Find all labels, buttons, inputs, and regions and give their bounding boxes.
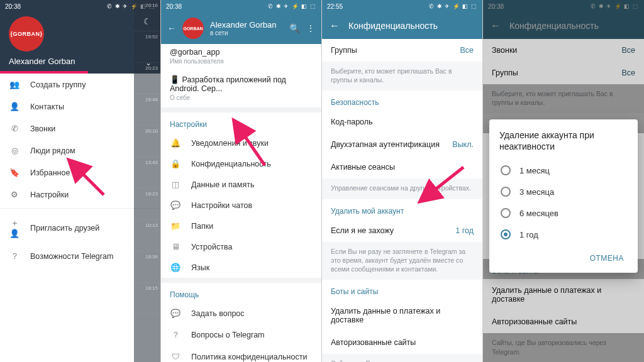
item-label: Настройки чатов xyxy=(191,201,252,210)
privacy-header: ← Конфиденциальность xyxy=(322,13,482,39)
header-name: Alexander Gorban xyxy=(210,20,283,30)
lock-icon: 🔒 xyxy=(170,159,181,168)
cancel-button[interactable]: ОТМЕНА xyxy=(586,249,628,268)
back-icon[interactable]: ← xyxy=(330,20,340,31)
item-label: Политика конфиденциальности xyxy=(191,353,307,361)
section-settings: Настройки xyxy=(161,112,321,133)
item-label: Задать вопрос xyxy=(191,309,245,318)
radio-icon xyxy=(501,229,511,239)
option-6-months[interactable]: 6 месяцев xyxy=(499,202,628,224)
privacy-inactive[interactable]: Если я не захожу1 год xyxy=(322,219,482,242)
settings-chat[interactable]: 💬Настройки чатов xyxy=(161,195,321,216)
status-time: 22:55 xyxy=(327,3,343,10)
panel-dialog: 20:38 ✆ ✱ ✈ ⚡ ◧ ⬚ ← Конфиденциальность З… xyxy=(483,0,644,362)
row-label: Удалить данные о платежах и доставке xyxy=(331,307,474,324)
panel-privacy: 22:55 ✆ ✱ ✈ ⚡ ◧ ⬚ ← Конфиденциальность Г… xyxy=(322,0,483,362)
item-label: Вопросы о Telegram xyxy=(191,331,265,339)
username-row[interactable]: @gorban_app Имя пользователя xyxy=(161,44,321,71)
drawer-label: Пригласить друзей xyxy=(30,224,99,233)
status-icons: ✆ ✱ ✈ ⚡ ◧ ⬚ xyxy=(429,3,477,9)
help-ask[interactable]: 💬Задать вопрос xyxy=(161,303,321,324)
help-policy[interactable]: 🛡Политика конфиденциальности xyxy=(161,346,321,362)
drawer-label: Контакты xyxy=(30,102,64,111)
option-3-months[interactable]: 3 месяца xyxy=(499,181,628,202)
username-value: @gorban_app xyxy=(170,48,313,57)
option-1-month[interactable]: 1 месяц xyxy=(499,160,628,181)
section-help: Помощь xyxy=(161,283,321,303)
group-icon: 👥 xyxy=(9,80,20,89)
row-value: Выкл. xyxy=(452,140,474,149)
section-bots: Боты и сайты xyxy=(322,280,482,300)
settings-data[interactable]: ◫Данные и память xyxy=(161,174,321,195)
panel-settings: 20:38 ✆ ✱ ✈ ⚡ ◧ ⬚ ← GORBAN Alexander Gor… xyxy=(161,0,322,362)
phone-icon: ✆ xyxy=(9,124,20,133)
item-label: Данные и память xyxy=(191,180,254,189)
more-icon[interactable]: ⋮ xyxy=(306,23,315,33)
data-icon: ◫ xyxy=(170,180,181,189)
status-bar: 20:38 ✆ ✱ ✈ ⚡ ◧ ⬚ xyxy=(161,0,321,13)
settings-devices[interactable]: 🖥Устройства xyxy=(161,236,321,257)
status-bar: 22:55 ✆ ✱ ✈ ⚡ ◧ ⬚ xyxy=(322,0,482,13)
row-label: Группы xyxy=(331,46,357,55)
item-label: Устройства xyxy=(191,243,232,251)
option-label: 3 месяца xyxy=(519,187,554,197)
person-icon: 👤 xyxy=(9,102,20,111)
row-label: Двухэтапная аутентификация xyxy=(331,140,440,149)
item-label: Уведомления и звуки xyxy=(191,139,269,148)
drawer-label: Звонки xyxy=(30,124,55,133)
about-row[interactable]: 📱 Разработка приложений под Android. Сер… xyxy=(161,71,321,107)
night-mode-icon[interactable]: ☾ xyxy=(143,16,152,26)
header-title: Конфиденциальность xyxy=(348,21,438,31)
privacy-two-step[interactable]: Двухэтапная аутентификацияВыкл. xyxy=(322,133,482,156)
avatar[interactable]: {GORBAN} xyxy=(9,16,44,52)
item-label: Папки xyxy=(191,222,213,231)
bell-icon: 🔔 xyxy=(170,138,181,148)
privacy-payments[interactable]: Удалить данные о платежах и доставке xyxy=(322,300,482,331)
sites-note: Сайты, где Вы авторизовались через Teleg… xyxy=(322,354,482,362)
radio-icon xyxy=(501,187,511,197)
status-time: 20:38 xyxy=(5,3,21,10)
privacy-groups[interactable]: ГруппыВсе xyxy=(322,39,482,62)
bookmark-icon: 🔖 xyxy=(9,168,20,177)
sessions-note: Управление сеансами на других устройства… xyxy=(322,178,482,199)
nearby-icon: ◎ xyxy=(9,146,20,155)
about-label: О себе xyxy=(170,94,313,101)
option-label: 6 месяцев xyxy=(519,209,558,218)
chevron-down-icon[interactable]: ⌄ xyxy=(145,58,152,67)
radio-icon xyxy=(501,165,511,175)
settings-notifications[interactable]: 🔔Уведомления и звуки xyxy=(161,133,321,153)
search-icon[interactable]: 🔍 xyxy=(289,23,300,33)
inactive-note: Если Вы ни разу не заглянете в Telegram … xyxy=(322,242,482,280)
header-status: в сети xyxy=(210,30,283,36)
radio-icon xyxy=(501,208,511,218)
question-icon: ？ xyxy=(170,329,181,341)
avatar[interactable]: GORBAN xyxy=(182,18,204,39)
panel-drawer: 20:1619:5220:23 19:4820:1013:43 19:2310:… xyxy=(0,0,161,362)
item-label: Язык xyxy=(191,263,209,272)
section-security: Безопасность xyxy=(322,90,482,111)
privacy-sites[interactable]: Авторизованные сайты xyxy=(322,331,482,354)
help-faq[interactable]: ？Вопросы о Telegram xyxy=(161,324,321,346)
back-icon[interactable]: ← xyxy=(167,23,176,33)
devices-icon: 🖥 xyxy=(170,242,181,251)
settings-language[interactable]: 🌐Язык xyxy=(161,257,321,278)
globe-icon: 🌐 xyxy=(170,263,181,272)
settings-privacy[interactable]: 🔒Конфиденциальность xyxy=(161,153,321,174)
folder-icon: 📁 xyxy=(170,221,181,231)
settings-folders[interactable]: 📁Папки xyxy=(161,216,321,236)
help-icon: ？ xyxy=(9,251,20,262)
row-label: Если я не захожу xyxy=(331,226,394,235)
item-label: Конфиденциальность xyxy=(191,160,271,168)
row-value: 1 год xyxy=(455,226,474,235)
about-value: 📱 Разработка приложений под Android. Сер… xyxy=(170,75,313,93)
shield-icon: 🛡 xyxy=(170,352,181,361)
privacy-sessions[interactable]: Активные сеансы xyxy=(322,156,482,178)
invite-icon: ＋👤 xyxy=(9,217,20,238)
gear-icon: ⚙ xyxy=(9,190,20,199)
dialog-title: Удаление аккаунта при неактивности xyxy=(499,129,628,152)
privacy-passc[interactable]: Код-пароль xyxy=(322,111,482,133)
settings-header: ← GORBAN Alexander Gorban в сети 🔍 ⋮ xyxy=(161,13,321,44)
drawer-label: Избранное xyxy=(30,168,70,177)
drawer-label: Возможности Telegram xyxy=(30,252,113,261)
option-1-year[interactable]: 1 год xyxy=(499,224,628,245)
